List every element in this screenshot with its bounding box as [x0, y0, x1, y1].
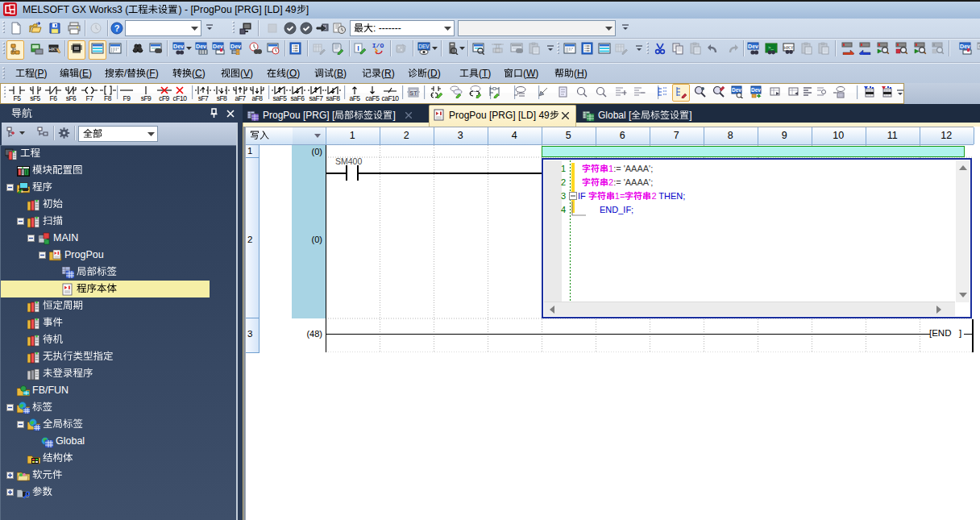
svg-text:Dev: Dev — [960, 44, 970, 49]
svg-text:ST: ST — [410, 90, 418, 96]
svg-text:Dev: Dev — [230, 44, 241, 49]
svg-text:Dev: Dev — [748, 44, 758, 49]
svg-text:Dev: Dev — [751, 87, 761, 93]
svg-text:I/O: I/O — [372, 42, 384, 49]
svg-text:HKY: HKY — [783, 45, 793, 50]
svg-text:Dev: Dev — [213, 44, 223, 49]
svg-text:DEV: DEV — [418, 44, 430, 49]
svg-text:>_: >_ — [768, 45, 774, 50]
svg-text:?: ? — [114, 23, 120, 33]
svg-text:Dev: Dev — [732, 87, 741, 93]
svg-text:I: I — [357, 44, 359, 52]
svg-text:Dev: Dev — [173, 44, 184, 49]
svg-text:Dev: Dev — [196, 44, 206, 49]
